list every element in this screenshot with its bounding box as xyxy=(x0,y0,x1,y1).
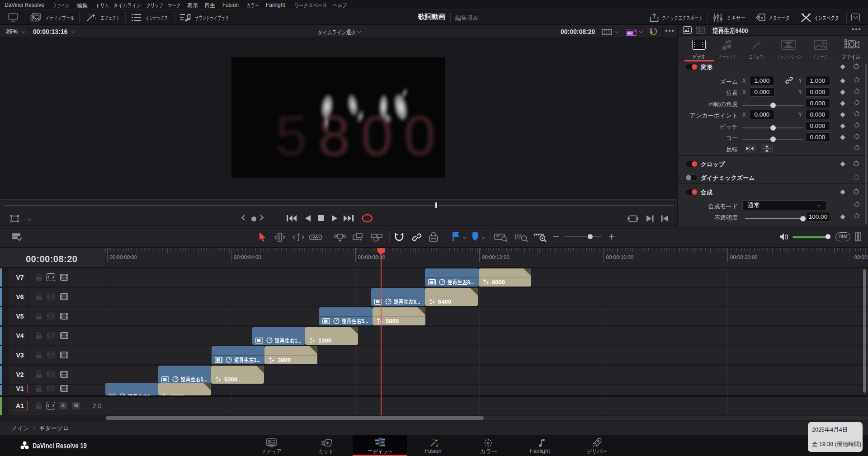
svg-text:PXY: PXY xyxy=(627,32,632,35)
